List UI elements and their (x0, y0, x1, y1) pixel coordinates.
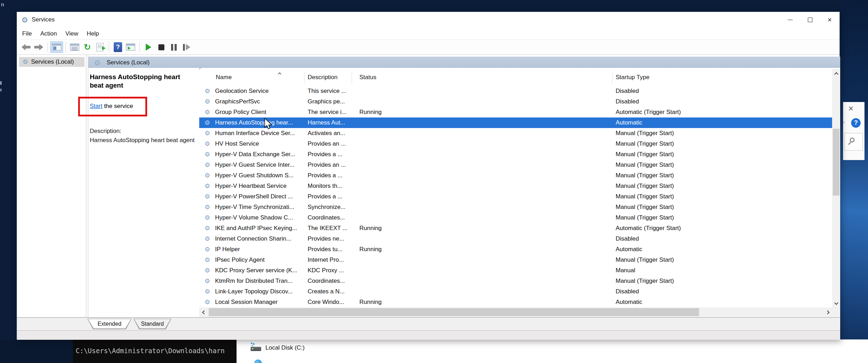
restart-service-icon[interactable] (180, 42, 193, 53)
table-row[interactable]: ⚙Hyper-V Heartbeat ServiceMonitors th...… (199, 181, 832, 191)
service-name: GraphicsPerfSvc (215, 98, 308, 105)
service-gear-icon: ⚙ (199, 130, 215, 136)
close-button[interactable]: × (820, 12, 839, 27)
table-row[interactable]: ⚙Human Interface Device Ser...Activates … (199, 128, 832, 139)
column-header-startup-type[interactable]: Startup Type (616, 74, 649, 81)
column-header-status[interactable]: Status (359, 74, 376, 81)
service-startup-type: Manual (Trigger Start) (616, 130, 832, 137)
service-name: Hyper-V Time Synchronizati... (215, 204, 308, 211)
drive-led (252, 348, 253, 349)
vertical-scroll-thumb[interactable] (833, 129, 839, 196)
column-header-description[interactable]: Description (308, 74, 338, 81)
pause-service-icon[interactable] (168, 42, 180, 53)
column-header-name[interactable]: Name (216, 74, 232, 81)
vertical-scrollbar[interactable] (832, 69, 840, 308)
close-icon[interactable]: × (848, 103, 854, 114)
title-bar[interactable]: ⚙ Services × (17, 12, 839, 28)
table-row[interactable]: ⚙Hyper-V PowerShell Direct ...Provides a… (199, 191, 832, 202)
table-row[interactable]: ⚙IP HelperProvides tu...RunningAutomatic (199, 244, 832, 255)
service-startup-type: Automatic (616, 246, 832, 253)
pane-splitter[interactable] (86, 55, 88, 317)
service-startup-type: Automatic (616, 299, 832, 306)
table-row[interactable]: ⚙HV Host ServiceProvides an ...Manual (T… (199, 139, 832, 149)
tab-extended[interactable]: Extended (87, 319, 132, 329)
search-icon (850, 138, 855, 142)
service-startup-type: Manual (Trigger Start) (616, 204, 832, 211)
service-name: IP Helper (215, 246, 308, 253)
help-icon[interactable]: ? (851, 118, 861, 128)
scrollbar-corner (832, 307, 840, 317)
table-row[interactable]: ⚙Link-Layer Topology Discov...Creates a … (199, 286, 832, 297)
stop-service-icon[interactable] (155, 42, 168, 53)
tab-standard[interactable]: Standard (133, 319, 171, 329)
menu-help[interactable]: Help (82, 30, 103, 37)
terminal-path-text: C:\Users\Administrator\Downloads\harn (76, 347, 225, 355)
table-row[interactable]: ⚙Local Session ManagerCore Windo...Runni… (199, 297, 832, 307)
scroll-right-icon[interactable] (823, 307, 832, 317)
menu-action[interactable]: Action (36, 30, 61, 37)
local-disk-label[interactable]: Local Disk (C:) (265, 344, 304, 351)
table-row[interactable]: ⚙Group Policy ClientThe service i...Runn… (199, 107, 832, 117)
minimize-button[interactable] (780, 12, 800, 27)
services-list-pane: Name Description Status Startup Type ⚙Ge… (199, 68, 840, 317)
export-list-icon[interactable] (94, 42, 106, 53)
start-service-icon[interactable] (142, 42, 155, 53)
table-row[interactable]: ⚙Hyper-V Time Synchronizati...Synchroniz… (199, 202, 832, 212)
table-row[interactable]: ⚙KDC Proxy Server service (K...KDC Proxy… (199, 265, 832, 276)
tree-item-services-local[interactable]: ⚙ Services (Local) (19, 57, 84, 67)
service-startup-type: Manual (Trigger Start) (616, 214, 832, 221)
table-row[interactable]: ⚙GraphicsPerfSvcGraphics pe...Disabled (199, 96, 832, 107)
service-startup-type: Disabled (616, 288, 832, 295)
help-icon[interactable]: ? (112, 42, 124, 53)
scroll-down-icon[interactable] (832, 298, 840, 308)
refresh-icon[interactable]: ↻ (81, 42, 94, 53)
service-name: Hyper-V Guest Service Inter... (215, 161, 308, 168)
service-startup-type: Automatic (Trigger Start) (616, 109, 832, 116)
scroll-up-icon[interactable] (832, 69, 840, 79)
description-text: Harness AutoStopping heart beat agent (90, 136, 195, 145)
service-description: KDC Proxy ... (308, 267, 359, 274)
menu-file[interactable]: File (18, 30, 36, 37)
table-row[interactable]: ⚙Harness AutoStopping hear...Harness Aut… (199, 117, 832, 128)
service-name: HV Host Service (215, 140, 308, 147)
service-description: Coordinates... (308, 278, 359, 285)
service-description: Provides an ... (308, 140, 359, 147)
service-gear-icon: ⚙ (199, 120, 215, 126)
desktop-text-fragment: n (1, 1, 4, 7)
service-description: Activates an... (308, 130, 359, 137)
table-row[interactable]: ⚙Hyper-V Guest Shutdown S...Provides a .… (199, 170, 832, 181)
show-action-pane-icon[interactable] (124, 42, 137, 53)
selected-service-title: Harness AutoStopping heart beat agent (90, 73, 195, 90)
menu-view[interactable]: View (61, 30, 83, 37)
service-description: Provides an ... (308, 161, 359, 168)
table-row[interactable]: ⚙Geolocation ServiceThis service ...Disa… (199, 86, 832, 96)
back-icon[interactable] (20, 42, 32, 53)
table-row[interactable]: ⚙Internet Connection Sharin...Provides n… (199, 234, 832, 244)
search-box[interactable] (844, 133, 863, 151)
properties-icon[interactable] (68, 42, 81, 53)
terminal-window-fragment[interactable]: C:\Users\Administrator\Downloads\harn (73, 339, 237, 363)
disk-activity-dots (251, 343, 256, 347)
service-name: Local Session Manager (215, 299, 308, 306)
forward-icon[interactable] (32, 42, 45, 53)
horizontal-scrollbar[interactable] (199, 307, 832, 317)
table-row[interactable]: ⚙IPsec Policy AgentInternet Pro...Manual… (199, 255, 832, 265)
annotation-highlight-box (78, 97, 147, 116)
scroll-left-icon[interactable] (199, 307, 209, 317)
table-row[interactable]: ⚙KtmRm for Distributed Tran...Coordinate… (199, 276, 832, 286)
maximize-button[interactable] (800, 12, 820, 27)
service-gear-icon: ⚙ (199, 183, 215, 189)
service-startup-type: Manual (Trigger Start) (616, 183, 832, 190)
table-row[interactable]: ⚙IKE and AuthIP IPsec Keying...The IKEEX… (199, 223, 832, 234)
show-console-tree-icon[interactable] (50, 42, 63, 53)
service-gear-icon: ⚙ (199, 151, 215, 158)
service-gear-icon: ⚙ (199, 246, 215, 253)
table-row[interactable]: ⚙Hyper-V Volume Shadow C...Coordinates..… (199, 212, 832, 223)
table-row[interactable]: ⚙Hyper-V Guest Service Inter...Provides … (199, 160, 832, 170)
service-gear-icon: ⚙ (199, 88, 215, 94)
local-disk-icon[interactable] (251, 343, 262, 352)
desktop-icon-fragment (0, 89, 2, 91)
horizontal-scroll-thumb[interactable] (209, 308, 699, 316)
service-gear-icon: ⚙ (199, 162, 215, 168)
table-row[interactable]: ⚙Hyper-V Data Exchange Ser...Provides a … (199, 149, 832, 160)
